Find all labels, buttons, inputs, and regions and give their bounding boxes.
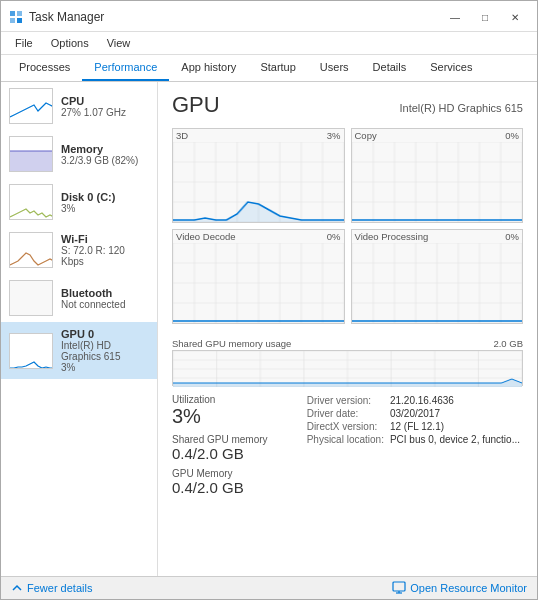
shared-mem-bar xyxy=(172,350,523,386)
graph-3d-label: 3D xyxy=(176,130,188,141)
gpu-label: GPU 0 xyxy=(61,328,149,340)
gpu-model-label: Intel(R) HD Graphics 615 xyxy=(400,102,524,114)
directx-label: DirectX version: xyxy=(304,420,387,433)
window-title: Task Manager xyxy=(29,10,104,24)
graph-copy-percent: 0% xyxy=(505,130,519,141)
memory-mini-chart xyxy=(9,136,53,172)
wifi-label: Wi-Fi xyxy=(61,233,149,245)
tab-app-history[interactable]: App history xyxy=(169,55,248,81)
gpu-graphs-grid: 3D 3% Copy 0% Video Decode xyxy=(172,128,523,330)
main-content: CPU 27% 1.07 GHz Memory 3.2/3.9 GB (82%) xyxy=(1,82,537,576)
driver-version-label: Driver version: xyxy=(304,394,387,407)
title-bar: Task Manager — □ ✕ xyxy=(1,1,537,32)
svg-rect-4 xyxy=(10,151,53,172)
right-stats-col: Driver version: 21.20.16.4636 Driver dat… xyxy=(304,394,523,496)
graph-video-proc-canvas xyxy=(352,243,523,323)
bluetooth-value: Not connected xyxy=(61,299,149,310)
graph-video-decode-canvas xyxy=(173,243,344,323)
shared-mem-max: 2.0 GB xyxy=(493,338,523,349)
svg-rect-3 xyxy=(17,18,22,23)
shared-gpu-stat-label: Shared GPU memory xyxy=(172,434,268,445)
tab-details[interactable]: Details xyxy=(361,55,419,81)
close-button[interactable]: ✕ xyxy=(501,7,529,27)
gpu-title: GPU xyxy=(172,92,220,118)
svg-rect-1 xyxy=(17,11,22,16)
gpu-model-sidebar: Intel(R) HD Graphics 615 xyxy=(61,340,149,362)
menu-view[interactable]: View xyxy=(99,34,139,52)
graph-3d-canvas xyxy=(173,142,344,222)
graph-copy-canvas xyxy=(352,142,523,222)
driver-date-value: 03/20/2017 xyxy=(387,407,523,420)
gpu-detail-panel: GPU Intel(R) HD Graphics 615 3D 3% Copy xyxy=(158,82,537,576)
shared-mem-canvas xyxy=(173,351,522,387)
utilization-value: 3% xyxy=(172,405,268,428)
shared-mem-section: Shared GPU memory usage 2.0 GB xyxy=(172,338,523,386)
svg-rect-2 xyxy=(10,18,15,23)
open-resource-monitor-btn[interactable]: Open Resource Monitor xyxy=(392,581,527,595)
graph-video-proc-percent: 0% xyxy=(505,231,519,242)
gpu-header: GPU Intel(R) HD Graphics 615 xyxy=(172,92,523,118)
tab-processes[interactable]: Processes xyxy=(7,55,82,81)
graph-3d-percent: 3% xyxy=(327,130,341,141)
memory-value: 3.2/3.9 GB (82%) xyxy=(61,155,149,166)
task-manager-window: Task Manager — □ ✕ File Options View Pro… xyxy=(0,0,538,600)
gpu-util-sidebar: 3% xyxy=(61,362,149,373)
fewer-details-btn[interactable]: Fewer details xyxy=(11,582,92,594)
graph-3d: 3D 3% xyxy=(172,128,345,223)
graph-video-decode-percent: 0% xyxy=(327,231,341,242)
maximize-button[interactable]: □ xyxy=(471,7,499,27)
driver-version-value: 21.20.16.4636 xyxy=(387,394,523,407)
graph-video-decode-label: Video Decode xyxy=(176,231,236,242)
graph-video-proc-label: Video Processing xyxy=(355,231,429,242)
graph-copy-label: Copy xyxy=(355,130,377,141)
menu-options[interactable]: Options xyxy=(43,34,97,52)
disk-value: 3% xyxy=(61,203,149,214)
svg-rect-6 xyxy=(393,582,405,591)
cpu-mini-chart xyxy=(9,88,53,124)
disk-label: Disk 0 (C:) xyxy=(61,191,149,203)
tab-startup[interactable]: Startup xyxy=(248,55,307,81)
tabs-bar: Processes Performance App history Startu… xyxy=(1,55,537,82)
sidebar-item-bluetooth[interactable]: Bluetooth Not connected xyxy=(1,274,157,322)
physical-value: PCI bus 0, device 2, functio... xyxy=(387,433,523,446)
shared-gpu-stat-value: 0.4/2.0 GB xyxy=(172,445,268,462)
shared-mem-label: Shared GPU memory usage xyxy=(172,338,291,349)
fewer-details-label: Fewer details xyxy=(27,582,92,594)
svg-rect-5 xyxy=(10,281,53,316)
sidebar-item-cpu[interactable]: CPU 27% 1.07 GHz xyxy=(1,82,157,130)
sidebar: CPU 27% 1.07 GHz Memory 3.2/3.9 GB (82%) xyxy=(1,82,158,576)
gpu-mini-chart xyxy=(9,333,53,369)
cpu-label: CPU xyxy=(61,95,149,107)
stats-row: Utilization 3% Shared GPU memory 0.4/2.0… xyxy=(172,394,523,496)
open-resource-monitor-label: Open Resource Monitor xyxy=(410,582,527,594)
chevron-up-icon xyxy=(11,582,23,594)
graph-video-processing: Video Processing 0% xyxy=(351,229,524,324)
directx-value: 12 (FL 12.1) xyxy=(387,420,523,433)
tab-performance[interactable]: Performance xyxy=(82,55,169,81)
graph-copy: Copy 0% xyxy=(351,128,524,223)
footer: Fewer details Open Resource Monitor xyxy=(1,576,537,599)
tab-users[interactable]: Users xyxy=(308,55,361,81)
graph-video-decode: Video Decode 0% xyxy=(172,229,345,324)
window-controls: — □ ✕ xyxy=(441,7,529,27)
svg-rect-0 xyxy=(10,11,15,16)
title-bar-left: Task Manager xyxy=(9,10,104,24)
utilization-col: Utilization 3% Shared GPU memory 0.4/2.0… xyxy=(172,394,268,496)
cpu-value: 27% 1.07 GHz xyxy=(61,107,149,118)
monitor-icon xyxy=(392,581,406,595)
sidebar-item-disk[interactable]: Disk 0 (C:) 3% xyxy=(1,178,157,226)
sidebar-item-gpu[interactable]: GPU 0 Intel(R) HD Graphics 615 3% xyxy=(1,322,157,379)
minimize-button[interactable]: — xyxy=(441,7,469,27)
gpu-memory-value: 0.4/2.0 GB xyxy=(172,479,268,496)
gpu-memory-label: GPU Memory xyxy=(172,468,268,479)
utilization-label: Utilization xyxy=(172,394,268,405)
wifi-value: S: 72.0 R: 120 Kbps xyxy=(61,245,149,267)
tab-services[interactable]: Services xyxy=(418,55,484,81)
sidebar-item-wifi[interactable]: Wi-Fi S: 72.0 R: 120 Kbps xyxy=(1,226,157,274)
sidebar-item-memory[interactable]: Memory 3.2/3.9 GB (82%) xyxy=(1,130,157,178)
menu-bar: File Options View xyxy=(1,32,537,55)
memory-label: Memory xyxy=(61,143,149,155)
bluetooth-label: Bluetooth xyxy=(61,287,149,299)
bluetooth-mini-chart xyxy=(9,280,53,316)
menu-file[interactable]: File xyxy=(7,34,41,52)
